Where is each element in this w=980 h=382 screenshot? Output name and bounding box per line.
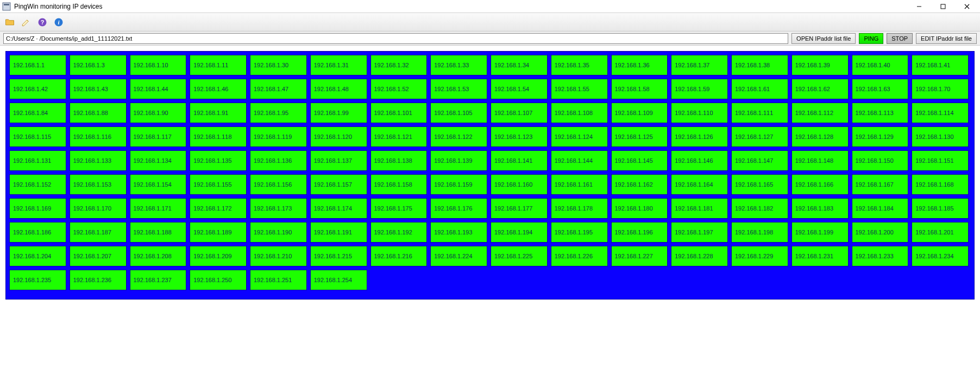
ip-cell[interactable]: 192.168.1.113	[852, 103, 909, 123]
ip-cell[interactable]: 192.168.1.122	[430, 126, 487, 147]
ip-cell[interactable]: 192.168.1.133	[70, 150, 127, 171]
ip-cell[interactable]: 192.168.1.176	[430, 198, 487, 219]
ip-cell[interactable]: 192.168.1.11	[190, 55, 247, 75]
ip-cell[interactable]: 192.168.1.131	[9, 150, 66, 171]
ip-cell[interactable]: 192.168.1.193	[430, 222, 487, 243]
ip-cell[interactable]: 192.168.1.107	[491, 103, 548, 123]
ip-cell[interactable]: 192.168.1.114	[912, 103, 969, 123]
ip-cell[interactable]: 192.168.1.112	[791, 103, 849, 123]
maximize-button[interactable]	[931, 1, 955, 12]
ip-cell[interactable]: 192.168.1.165	[731, 174, 788, 195]
ip-cell[interactable]: 192.168.1.30	[250, 55, 307, 75]
ip-cell[interactable]: 192.168.1.204	[9, 246, 66, 266]
ip-cell[interactable]: 192.168.1.200	[852, 222, 909, 243]
ip-cell[interactable]: 192.168.1.108	[551, 103, 608, 123]
ip-cell[interactable]: 192.168.1.159	[430, 174, 487, 195]
ip-cell[interactable]: 192.168.1.188	[130, 222, 187, 243]
ip-cell[interactable]: 192.168.1.151	[912, 150, 969, 171]
ip-cell[interactable]: 192.168.1.174	[310, 198, 367, 219]
ip-cell[interactable]: 192.168.1.58	[611, 79, 668, 99]
ip-cell[interactable]: 192.168.1.123	[491, 126, 548, 147]
ip-cell[interactable]: 192.168.1.127	[731, 126, 788, 147]
ip-cell[interactable]: 192.168.1.61	[731, 79, 788, 99]
ip-cell[interactable]: 192.168.1.234	[912, 246, 969, 266]
ip-cell[interactable]: 192.168.1.154	[130, 174, 187, 195]
edit-file-button[interactable]: EDIT IPaddr list file	[916, 33, 977, 44]
ip-cell[interactable]: 192.168.1.55	[551, 79, 608, 99]
ip-cell[interactable]: 192.168.1.130	[912, 126, 969, 147]
ip-cell[interactable]: 192.168.1.119	[250, 126, 307, 147]
ip-cell[interactable]: 192.168.1.1	[9, 55, 66, 75]
path-input[interactable]	[3, 33, 788, 44]
ip-cell[interactable]: 192.168.1.175	[370, 198, 428, 219]
ip-cell[interactable]: 192.168.1.41	[912, 55, 969, 75]
ip-cell[interactable]: 192.168.1.88	[70, 103, 127, 123]
ip-cell[interactable]: 192.168.1.40	[852, 55, 909, 75]
minimize-button[interactable]	[907, 1, 931, 12]
ip-cell[interactable]: 192.168.1.118	[190, 126, 247, 147]
ip-cell[interactable]: 192.168.1.199	[791, 222, 849, 243]
ip-cell[interactable]: 192.168.1.181	[671, 198, 728, 219]
ip-cell[interactable]: 192.168.1.101	[370, 103, 428, 123]
ip-cell[interactable]: 192.168.1.170	[70, 198, 127, 219]
ip-cell[interactable]: 192.168.1.120	[310, 126, 367, 147]
ip-cell[interactable]: 192.168.1.116	[70, 126, 127, 147]
ip-cell[interactable]: 192.168.1.216	[370, 246, 428, 266]
stop-button[interactable]: STOP	[887, 33, 913, 44]
ip-cell[interactable]: 192.168.1.3	[70, 55, 127, 75]
ip-cell[interactable]: 192.168.1.129	[852, 126, 909, 147]
info-icon[interactable]: i	[52, 16, 65, 29]
ip-cell[interactable]: 192.168.1.250	[190, 270, 247, 290]
ip-cell[interactable]: 192.168.1.144	[551, 150, 608, 171]
ip-cell[interactable]: 192.168.1.59	[671, 79, 728, 99]
open-folder-icon[interactable]	[3, 16, 16, 29]
ip-cell[interactable]: 192.168.1.185	[912, 198, 969, 219]
ip-cell[interactable]: 192.168.1.180	[611, 198, 668, 219]
ip-cell[interactable]: 192.168.1.224	[430, 246, 487, 266]
ip-cell[interactable]: 192.168.1.196	[611, 222, 668, 243]
ip-cell[interactable]: 192.168.1.155	[190, 174, 247, 195]
ip-cell[interactable]: 192.168.1.124	[551, 126, 608, 147]
ip-cell[interactable]: 192.168.1.168	[912, 174, 969, 195]
ip-cell[interactable]: 192.168.1.173	[250, 198, 307, 219]
ip-cell[interactable]: 192.168.1.42	[9, 79, 66, 99]
ip-cell[interactable]: 192.168.1.105	[430, 103, 487, 123]
ip-cell[interactable]: 192.168.1.136	[250, 150, 307, 171]
ip-cell[interactable]: 192.168.1.195	[551, 222, 608, 243]
ip-cell[interactable]: 192.168.1.166	[791, 174, 849, 195]
ip-cell[interactable]: 192.168.1.148	[791, 150, 849, 171]
ip-cell[interactable]: 192.168.1.177	[491, 198, 548, 219]
ip-cell[interactable]: 192.168.1.62	[791, 79, 849, 99]
ip-cell[interactable]: 192.168.1.162	[611, 174, 668, 195]
ip-cell[interactable]: 192.168.1.95	[250, 103, 307, 123]
ip-cell[interactable]: 192.168.1.189	[190, 222, 247, 243]
ip-cell[interactable]: 192.168.1.192	[370, 222, 428, 243]
ip-cell[interactable]: 192.168.1.167	[852, 174, 909, 195]
ip-cell[interactable]: 192.168.1.164	[671, 174, 728, 195]
ip-cell[interactable]: 192.168.1.158	[370, 174, 428, 195]
ip-cell[interactable]: 192.168.1.225	[491, 246, 548, 266]
ip-cell[interactable]: 192.168.1.54	[491, 79, 548, 99]
open-file-button[interactable]: OPEN IPaddr list file	[791, 33, 856, 44]
ip-cell[interactable]: 192.168.1.10	[130, 55, 187, 75]
ip-cell[interactable]: 192.168.1.37	[671, 55, 728, 75]
ip-cell[interactable]: 192.168.1.152	[9, 174, 66, 195]
ip-cell[interactable]: 192.168.1.110	[671, 103, 728, 123]
ip-cell[interactable]: 192.168.1.128	[791, 126, 849, 147]
ip-cell[interactable]: 192.168.1.191	[310, 222, 367, 243]
ip-cell[interactable]: 192.168.1.251	[250, 270, 307, 290]
ip-cell[interactable]: 192.168.1.63	[852, 79, 909, 99]
ip-cell[interactable]: 192.168.1.134	[130, 150, 187, 171]
ip-cell[interactable]: 192.168.1.70	[912, 79, 969, 99]
ip-cell[interactable]: 192.168.1.84	[9, 103, 66, 123]
ip-cell[interactable]: 192.168.1.194	[491, 222, 548, 243]
ip-cell[interactable]: 192.168.1.201	[912, 222, 969, 243]
ip-cell[interactable]: 192.168.1.135	[190, 150, 247, 171]
ip-cell[interactable]: 192.168.1.160	[491, 174, 548, 195]
ip-cell[interactable]: 192.168.1.169	[9, 198, 66, 219]
ip-cell[interactable]: 192.168.1.215	[310, 246, 367, 266]
ip-cell[interactable]: 192.168.1.161	[551, 174, 608, 195]
ip-cell[interactable]: 192.168.1.178	[551, 198, 608, 219]
ip-cell[interactable]: 192.168.1.117	[130, 126, 187, 147]
ip-cell[interactable]: 192.168.1.198	[731, 222, 788, 243]
